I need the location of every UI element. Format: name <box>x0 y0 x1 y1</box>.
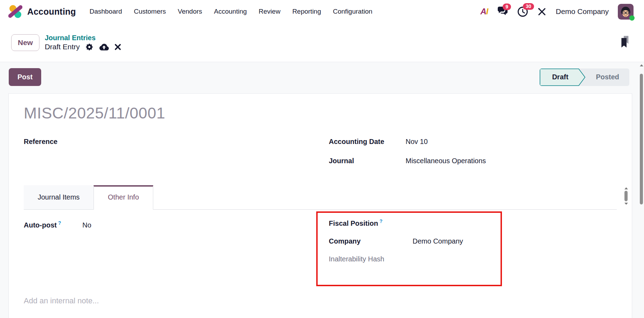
window-scrollbar <box>639 63 644 318</box>
header-fields: Reference Accounting Date Nov 10 Journal… <box>24 138 617 176</box>
company-label: Company <box>329 237 413 245</box>
messages-button[interactable]: 9 <box>497 7 508 16</box>
user-menu[interactable] <box>618 4 634 20</box>
top-navbar: Accounting Dashboard Customers Vendors A… <box>0 0 644 23</box>
tab-other-info[interactable]: Other Info <box>94 185 153 210</box>
sheet-scrollbar-thumb[interactable] <box>624 191 628 201</box>
inalterability-hash-label: Inalterability Hash <box>329 255 384 263</box>
messages-badge: 9 <box>503 3 511 10</box>
other-info-pane: Auto-post? No Fiscal Position? Company D… <box>24 210 617 294</box>
navbar-systray: AI 9 30 Demo Com <box>480 4 634 20</box>
favorite-button[interactable] <box>619 35 631 50</box>
breadcrumb-journal-entries[interactable]: Journal Entries <box>45 34 121 42</box>
accounting-date-label: Accounting Date <box>329 138 406 146</box>
form-sheet: MISC/2025/11/0001 Reference Accounting D… <box>8 93 632 318</box>
journal-value[interactable]: Miscellaneous Operations <box>406 157 486 165</box>
menu-review[interactable]: Review <box>253 0 286 23</box>
app-name: Accounting <box>27 7 76 17</box>
form-view: Post Draft Posted MISC/2025/11/0001 Refe… <box>0 63 644 318</box>
page: Accounting Dashboard Customers Vendors A… <box>0 0 644 318</box>
sheet-scrollbar <box>623 186 629 205</box>
accounting-date-value[interactable]: Nov 10 <box>406 138 428 146</box>
annotation-red-box: Fiscal Position? Company Demo Company In… <box>316 211 502 286</box>
online-status-dot <box>629 15 635 21</box>
status-draft-label: Draft <box>540 68 581 86</box>
activities-button[interactable]: 30 <box>517 6 528 17</box>
scroll-up-arrow-icon[interactable] <box>624 187 628 189</box>
auto-post-label: Auto-post? <box>24 220 82 229</box>
entry-number-title[interactable]: MISC/2025/11/0001 <box>24 104 617 122</box>
internal-note-input[interactable]: Add an internal note... <box>24 296 617 305</box>
tab-journal-items[interactable]: Journal Items <box>24 185 94 209</box>
debug-tools-button[interactable] <box>537 7 547 16</box>
company-switcher[interactable]: Demo Company <box>556 7 609 16</box>
ai-icon[interactable]: AI <box>480 7 488 16</box>
menu-configuration[interactable]: Configuration <box>327 0 378 23</box>
settings-gear-button[interactable] <box>86 43 94 51</box>
menu-accounting[interactable]: Accounting <box>208 0 253 23</box>
menu-reporting[interactable]: Reporting <box>286 0 327 23</box>
cloud-upload-icon <box>99 43 109 51</box>
scroll-down-arrow-icon[interactable] <box>624 203 628 205</box>
fiscal-position-label: Fiscal Position? <box>329 218 383 227</box>
status-draft[interactable]: Draft <box>540 68 586 86</box>
window-scroll-up-arrow-icon[interactable] <box>640 64 643 66</box>
bookmark-icon <box>619 35 631 49</box>
main-menu: Dashboard Customers Vendors Accounting R… <box>84 0 378 23</box>
close-icon <box>114 44 121 50</box>
menu-vendors[interactable]: Vendors <box>172 0 208 23</box>
breadcrumb: Journal Entries Draft Entry <box>45 34 121 51</box>
accounting-app-icon <box>8 5 22 19</box>
gear-icon <box>86 43 94 51</box>
breadcrumb-current: Draft Entry <box>45 43 80 51</box>
company-value[interactable]: Demo Company <box>413 237 463 245</box>
save-changes-button[interactable] <box>99 43 109 51</box>
notebook-tabs: Journal Items Other Info <box>24 185 617 210</box>
action-row: Post Draft Posted <box>9 68 629 86</box>
auto-post-help-icon[interactable]: ? <box>58 220 61 226</box>
tools-icon <box>537 7 547 16</box>
status-posted[interactable]: Posted <box>586 73 629 81</box>
post-button[interactable]: Post <box>9 68 41 86</box>
fiscal-position-help-icon[interactable]: ? <box>379 218 383 224</box>
reference-label: Reference <box>24 138 101 146</box>
discard-changes-button[interactable] <box>114 44 121 50</box>
menu-customers[interactable]: Customers <box>128 0 172 23</box>
app-switcher[interactable]: Accounting <box>8 5 76 19</box>
menu-dashboard[interactable]: Dashboard <box>84 0 128 23</box>
journal-label: Journal <box>329 157 406 165</box>
control-panel: New Journal Entries Draft Entry <box>0 23 644 62</box>
status-widget: Draft Posted <box>540 68 629 86</box>
auto-post-value[interactable]: No <box>82 221 91 229</box>
new-button[interactable]: New <box>11 34 39 51</box>
window-scrollbar-thumb[interactable] <box>640 74 643 204</box>
activities-badge: 30 <box>523 3 534 10</box>
